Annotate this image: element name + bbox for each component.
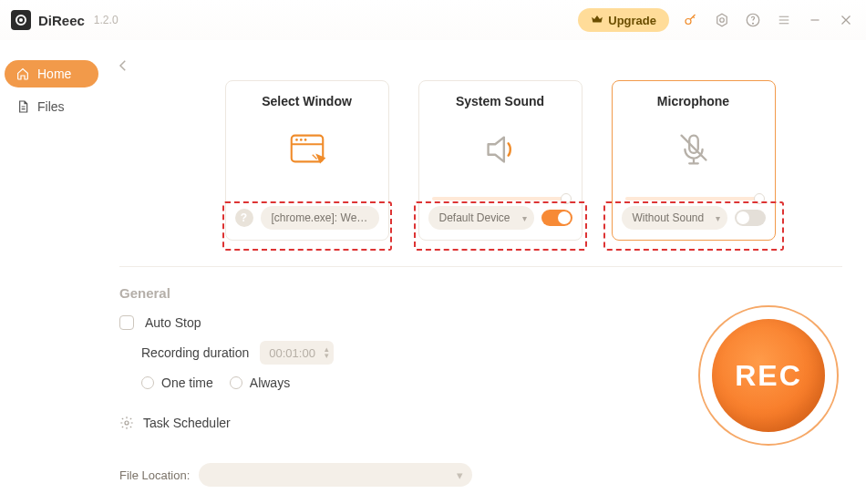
section-title-general: General	[119, 285, 842, 301]
settings-hex-icon[interactable]	[713, 11, 731, 29]
highlight-box-mic	[603, 201, 784, 251]
svg-point-0	[686, 19, 691, 25]
system-volume-slider[interactable]	[432, 197, 569, 201]
file-location-label: File Location:	[119, 468, 190, 482]
close-icon[interactable]	[837, 11, 855, 29]
card-select-window[interactable]: Select Window ? [chrome.exe]: We…	[225, 80, 389, 241]
gear-icon	[119, 416, 134, 430]
chevron-down-icon: ▾	[457, 468, 463, 482]
key-icon[interactable]	[682, 11, 700, 29]
minimize-icon[interactable]	[806, 11, 824, 29]
highlight-box-system	[414, 201, 587, 251]
source-cards: Select Window ? [chrome.exe]: We… System…	[158, 80, 842, 241]
main-panel: Select Window ? [chrome.exe]: We… System…	[103, 40, 866, 504]
file-location-row: File Location: ▾	[119, 463, 842, 487]
always-label: Always	[250, 375, 290, 390]
card-title: Select Window	[262, 94, 352, 108]
record-label: REC	[735, 359, 802, 393]
card-system-sound[interactable]: System Sound Default Device ▾	[418, 80, 582, 241]
svg-point-6	[299, 139, 302, 141]
card-title: System Sound	[456, 94, 544, 108]
svg-point-3	[753, 23, 754, 24]
home-icon	[15, 67, 30, 81]
back-button[interactable]	[112, 55, 134, 77]
mic-volume-slider[interactable]	[625, 197, 762, 201]
onetime-radio[interactable]	[141, 376, 154, 389]
upgrade-button[interactable]: Upgrade	[578, 8, 669, 32]
svg-point-1	[720, 18, 725, 23]
duration-label: Recording duration	[141, 345, 249, 360]
files-icon	[15, 99, 30, 114]
sidebar: Home Files	[0, 40, 103, 504]
duration-field[interactable]: 00:01:00 ▴▾	[260, 341, 334, 365]
window-icon	[286, 129, 328, 170]
sidebar-item-label: Files	[37, 99, 65, 114]
sidebar-item-files[interactable]: Files	[5, 93, 98, 120]
sidebar-item-home[interactable]: Home	[5, 60, 98, 87]
svg-point-9	[125, 421, 129, 425]
always-radio[interactable]	[230, 376, 242, 389]
speaker-icon	[479, 129, 521, 170]
app-logo	[11, 10, 31, 30]
autostop-checkbox[interactable]	[119, 315, 134, 330]
divider	[119, 266, 842, 267]
app-version: 1.2.0	[94, 14, 119, 26]
upgrade-label: Upgrade	[608, 14, 656, 27]
svg-point-7	[304, 139, 306, 141]
highlight-box-window	[222, 201, 392, 251]
help-icon[interactable]	[744, 11, 762, 29]
onetime-label: One time	[161, 375, 213, 390]
file-location-field[interactable]: ▾	[199, 463, 472, 487]
record-button[interactable]: REC	[698, 305, 839, 446]
sidebar-item-label: Home	[37, 67, 71, 81]
stepper-icon: ▴▾	[325, 346, 329, 359]
menu-icon[interactable]	[775, 11, 793, 29]
card-microphone[interactable]: Microphone Without Sound ▾	[612, 80, 776, 241]
svg-point-5	[295, 139, 298, 141]
crown-icon	[591, 13, 603, 28]
app-name: DiReec	[38, 13, 85, 28]
autostop-label: Auto Stop	[145, 315, 201, 330]
titlebar: DiReec 1.2.0 Upgrade	[0, 0, 866, 40]
card-title: Microphone	[657, 94, 729, 108]
duration-value: 00:01:00	[269, 346, 315, 360]
task-scheduler-label: Task Scheduler	[143, 416, 231, 430]
mic-off-icon	[673, 129, 715, 170]
